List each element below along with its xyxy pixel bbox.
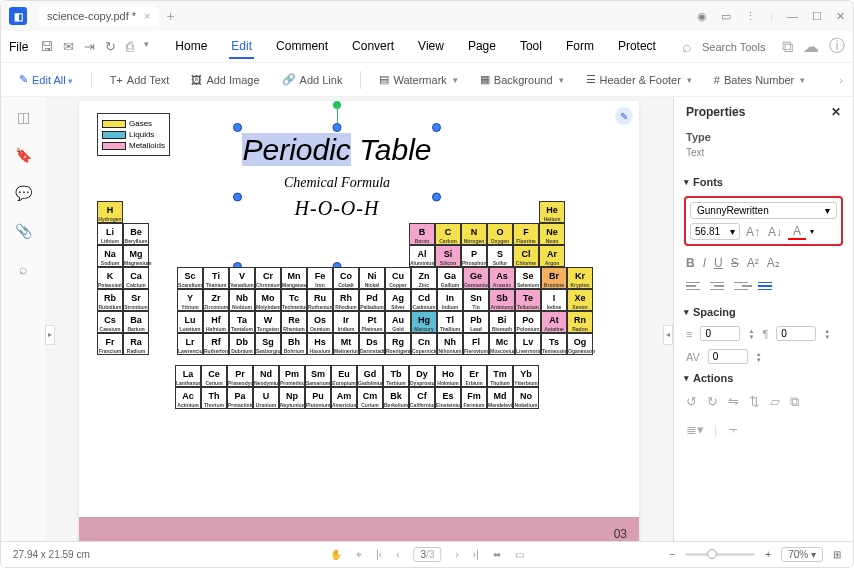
file-menu[interactable]: File: [9, 40, 28, 54]
share-icon[interactable]: ⇥: [84, 39, 95, 54]
list-icon[interactable]: ≣▾: [686, 422, 704, 437]
add-link-button[interactable]: 🔗 Add Link: [274, 70, 351, 89]
doc-title[interactable]: Periodic Table: [237, 127, 437, 167]
font-family-select[interactable]: GunnyRewritten ▾: [690, 202, 837, 219]
redo-icon[interactable]: ↻: [105, 39, 116, 54]
spinner[interactable]: ▲▼: [756, 351, 762, 363]
close-window-icon[interactable]: ✕: [836, 10, 845, 23]
print-icon[interactable]: ⎙: [126, 39, 134, 54]
superscript-button[interactable]: A²: [747, 256, 759, 270]
help-icon[interactable]: ⓘ: [829, 36, 845, 57]
hand-tool-icon[interactable]: ✋: [330, 549, 342, 560]
canvas[interactable]: ▸ ◂ ✎ Gases Liquids Metalloids: [45, 97, 673, 552]
first-page-icon[interactable]: |‹: [376, 549, 382, 560]
fit-page-icon[interactable]: ▭: [515, 549, 524, 560]
rotate-ccw-icon[interactable]: ↺: [686, 394, 697, 410]
spacing-section-header[interactable]: Spacing: [674, 302, 853, 322]
select-tool-icon[interactable]: ⌖: [356, 549, 362, 561]
char-spacing-input[interactable]: [708, 349, 748, 364]
menu-view[interactable]: View: [416, 35, 446, 59]
prev-page-icon[interactable]: ‹: [396, 549, 399, 560]
minimize-icon[interactable]: —: [787, 10, 798, 23]
expand-left-icon[interactable]: ▸: [45, 325, 55, 345]
toolbar-overflow-icon[interactable]: ›: [839, 74, 843, 86]
save-icon[interactable]: 🖫: [40, 39, 53, 54]
search-icon[interactable]: ⌕: [682, 38, 692, 56]
panel-close-icon[interactable]: ✕: [831, 105, 841, 119]
handle-tr[interactable]: [432, 123, 441, 132]
slider-thumb[interactable]: [707, 549, 717, 559]
subscript-button[interactable]: A₂: [767, 256, 780, 270]
page-indicator[interactable]: 3/3: [414, 547, 442, 562]
thumbnails-icon[interactable]: ◫: [17, 109, 30, 125]
bold-button[interactable]: B: [686, 256, 695, 270]
last-page-icon[interactable]: ›|: [473, 549, 479, 560]
view-mode-icon[interactable]: ⊞: [833, 549, 841, 560]
maximize-icon[interactable]: ☐: [812, 10, 822, 23]
menu-protect[interactable]: Protect: [616, 35, 658, 59]
watermark-button[interactable]: ▤ Watermark: [371, 70, 465, 89]
italic-button[interactable]: I: [703, 256, 706, 270]
spinner[interactable]: ▲▼: [748, 328, 754, 340]
zoom-value[interactable]: 70% ▾: [781, 547, 823, 562]
bookmark-icon[interactable]: 🔖: [15, 147, 32, 163]
increase-size-icon[interactable]: A↑: [744, 224, 762, 240]
para-spacing-input[interactable]: [776, 326, 816, 341]
edit-badge-icon[interactable]: ✎: [615, 107, 633, 125]
background-button[interactable]: ▦ Background: [472, 70, 572, 89]
search-pane-icon[interactable]: ⌕: [19, 261, 27, 277]
add-image-button[interactable]: 🖼 Add Image: [183, 71, 267, 89]
handle-tl[interactable]: [233, 123, 242, 132]
rotate-cw-icon[interactable]: ↻: [707, 394, 718, 410]
flip-h-icon[interactable]: ⇋: [728, 394, 739, 410]
user-icon[interactable]: ◉: [697, 10, 707, 23]
header-footer-button[interactable]: ☰ Header & Footer: [578, 70, 700, 89]
menu-comment[interactable]: Comment: [274, 35, 330, 59]
app-menu-icon[interactable]: ▭: [721, 10, 731, 23]
close-tab-icon[interactable]: ×: [144, 10, 150, 22]
align-center-button[interactable]: [710, 278, 728, 294]
doc-subtitle[interactable]: Chemical Formula: [237, 167, 437, 191]
align-right-button[interactable]: [734, 278, 752, 294]
underline-button[interactable]: U: [714, 256, 723, 270]
crop-icon[interactable]: ▱: [770, 394, 780, 410]
actions-section-header[interactable]: Actions: [674, 368, 853, 388]
align-left-button[interactable]: [686, 278, 704, 294]
mail-icon[interactable]: ✉: [63, 39, 74, 54]
menu-convert[interactable]: Convert: [350, 35, 396, 59]
zoom-in-icon[interactable]: +: [765, 549, 771, 560]
fonts-section-header[interactable]: Fonts: [674, 172, 853, 192]
font-color-icon[interactable]: A: [788, 224, 806, 240]
menu-page[interactable]: Page: [466, 35, 498, 59]
popout-icon[interactable]: ⧉: [782, 38, 793, 56]
chevron-down-icon[interactable]: ▾: [144, 39, 149, 54]
menu-edit[interactable]: Edit: [229, 35, 254, 59]
menu-form[interactable]: Form: [564, 35, 596, 59]
fit-width-icon[interactable]: ⬌: [493, 549, 501, 560]
align-justify-button[interactable]: [758, 278, 776, 294]
kebab-icon[interactable]: ⋮: [745, 10, 756, 23]
menu-tool[interactable]: Tool: [518, 35, 544, 59]
decrease-size-icon[interactable]: A↓: [766, 224, 784, 240]
handle-tm[interactable]: [333, 123, 342, 132]
strike-button[interactable]: S: [731, 256, 739, 270]
expand-right-icon[interactable]: ◂: [663, 325, 673, 345]
spinner[interactable]: ▲▼: [824, 328, 830, 340]
pdf-page[interactable]: ✎ Gases Liquids Metalloids Periodic Tabl…: [79, 101, 639, 551]
bates-number-button[interactable]: # Bates Number: [706, 71, 813, 89]
chevron-down-icon[interactable]: ▾: [810, 227, 814, 236]
font-size-select[interactable]: 56.81 ▾: [690, 223, 740, 240]
add-text-button[interactable]: T+ Add Text: [102, 71, 178, 89]
menu-home[interactable]: Home: [173, 35, 209, 59]
zoom-out-icon[interactable]: −: [670, 549, 676, 560]
file-tab[interactable]: science-copy.pdf * ×: [39, 6, 159, 26]
new-tab-button[interactable]: +: [167, 8, 175, 24]
line-spacing-input[interactable]: [700, 326, 740, 341]
rotate-handle[interactable]: [333, 101, 341, 109]
cloud-icon[interactable]: ☁: [803, 37, 819, 56]
comment-icon[interactable]: 💬: [15, 185, 32, 201]
next-page-icon[interactable]: ›: [455, 549, 458, 560]
flip-v-icon[interactable]: ⇅: [749, 394, 760, 410]
search-input[interactable]: [702, 41, 772, 53]
edit-all-button[interactable]: ✎ Edit All: [11, 70, 81, 89]
